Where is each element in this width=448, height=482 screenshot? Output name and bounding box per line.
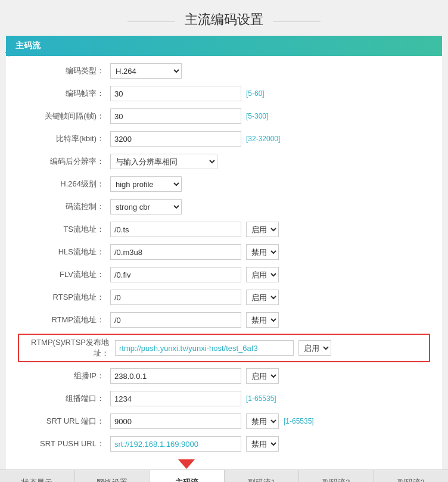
page-title: 主流编码设置 bbox=[185, 12, 263, 27]
tab-sub-stream1[interactable]: 副码流1 bbox=[225, 470, 300, 482]
row-frame-rate: 编码帧率： [5-60] bbox=[18, 85, 430, 102]
select-rtmp-enable[interactable]: 禁用 启用 bbox=[246, 312, 279, 328]
row-keyframe-interval: 关键帧间隔(帧)： [5-300] bbox=[18, 107, 430, 125]
select-multicast-ip-enable[interactable]: 启用 禁用 bbox=[246, 368, 279, 384]
row-multicast-ip: 组播IP： 启用 禁用 bbox=[18, 367, 430, 385]
select-rtmp-publish-enable[interactable]: 启用 禁用 bbox=[298, 340, 331, 356]
control-multicast-port: [1-65535] bbox=[110, 391, 430, 406]
tab-sub-stream3[interactable]: 副码流3 bbox=[374, 470, 449, 482]
input-srt-push-url[interactable] bbox=[110, 436, 241, 452]
main-content: 主码流 编码类型： H.264 H.265 编码帧率： [5-60] bbox=[6, 36, 442, 469]
row-rtmp-url: RTMP流地址： 禁用 启用 bbox=[18, 311, 430, 329]
label-multicast-port: 组播端口： bbox=[18, 393, 110, 404]
input-ts-url[interactable] bbox=[110, 222, 241, 237]
input-multicast-port[interactable] bbox=[110, 391, 241, 406]
select-rtsp-enable[interactable]: 启用 禁用 bbox=[246, 290, 279, 305]
select-ts-enable[interactable]: 启用 禁用 bbox=[246, 222, 279, 237]
label-flv-url: FLV流地址： bbox=[18, 269, 110, 280]
section-header: 主码流 bbox=[6, 36, 442, 56]
control-srt-push-url: 禁用 启用 bbox=[110, 436, 430, 452]
label-codec-type: 编码类型： bbox=[18, 66, 110, 76]
tab-network-label: 网络设置 bbox=[97, 478, 127, 482]
input-hls-url[interactable] bbox=[110, 244, 241, 260]
row-rtsp-url: RTSP流地址： 启用 禁用 bbox=[18, 288, 430, 306]
tab-arrow-icon bbox=[178, 459, 195, 469]
row-ts-url: TS流地址： 启用 禁用 bbox=[18, 220, 430, 238]
label-keyframe-interval: 关键帧间隔(帧)： bbox=[18, 111, 110, 122]
hint-multicast-port: [1-65535] bbox=[246, 394, 276, 403]
row-bitrate: 比特率(kbit)： [32-32000] bbox=[18, 130, 430, 148]
tab-main-stream[interactable]: 主码流 bbox=[150, 470, 225, 482]
tab-sub-stream1-label: 副码流1 bbox=[248, 478, 275, 482]
select-resolution[interactable]: 与输入分辨率相同 bbox=[110, 154, 217, 169]
select-bitrate-control[interactable]: strong cbr cbr vbr bbox=[110, 199, 182, 214]
control-codec-type: H.264 H.265 bbox=[110, 63, 430, 79]
input-rtmp-url[interactable] bbox=[110, 312, 241, 328]
hint-bitrate: [32-32000] bbox=[246, 135, 280, 143]
row-resolution: 编码后分辨率： 与输入分辨率相同 bbox=[18, 153, 430, 170]
label-srt-port: SRT URL 端口： bbox=[18, 416, 110, 427]
label-bitrate-control: 码流控制： bbox=[18, 201, 110, 212]
label-bitrate: 比特率(kbit)： bbox=[18, 133, 110, 144]
tab-sub-stream2[interactable]: 副码流2 bbox=[299, 470, 374, 482]
control-rtmp-url: 禁用 启用 bbox=[110, 312, 430, 328]
control-resolution: 与输入分辨率相同 bbox=[110, 154, 430, 169]
row-rtmp-publish: RTMP(S)/RTSP发布地址： 启用 禁用 bbox=[23, 337, 425, 359]
label-resolution: 编码后分辨率： bbox=[18, 156, 110, 167]
control-multicast-ip: 启用 禁用 bbox=[110, 368, 430, 384]
input-rtsp-url[interactable] bbox=[110, 290, 241, 305]
label-srt-push-url: SRT PUSH URL： bbox=[18, 439, 110, 449]
label-frame-rate: 编码帧率： bbox=[18, 88, 110, 99]
row-h264-level: H.264级别： high profile main profile basel… bbox=[18, 175, 430, 193]
form-area: 编码类型： H.264 H.265 编码帧率： [5-60] 关键帧间隔( bbox=[6, 56, 442, 464]
row-srt-port: SRT URL 端口： 禁用 启用 [1-65535] bbox=[18, 412, 430, 430]
input-frame-rate[interactable] bbox=[110, 86, 241, 101]
tab-bar: 状态显示 网络设置 主码流 副码流1 副码流2 副码流3 bbox=[0, 469, 448, 482]
control-h264-level: high profile main profile baseline bbox=[110, 176, 430, 192]
control-keyframe-interval: [5-300] bbox=[110, 108, 430, 124]
control-bitrate: [32-32000] bbox=[110, 131, 430, 147]
control-bitrate-control: strong cbr cbr vbr bbox=[110, 199, 430, 214]
input-srt-port[interactable] bbox=[110, 413, 241, 429]
tab-status-label: 状态显示 bbox=[21, 478, 52, 482]
rtmp-publish-row: RTMP(S)/RTSP发布地址： 启用 禁用 bbox=[18, 334, 430, 362]
row-bitrate-control: 码流控制： strong cbr cbr vbr bbox=[18, 198, 430, 216]
input-bitrate[interactable] bbox=[110, 131, 241, 147]
row-flv-url: FLV流地址： 启用 禁用 bbox=[18, 266, 430, 284]
row-hls-url: HLS流地址： 禁用 启用 bbox=[18, 243, 430, 261]
label-rtmp-url: RTMP流地址： bbox=[18, 315, 110, 325]
page-wrapper: 主流编码设置 主码流 编码类型： H.264 H.265 编码帧率： bbox=[0, 0, 448, 482]
select-hls-enable[interactable]: 禁用 启用 bbox=[246, 244, 279, 260]
page-title-area: 主流编码设置 bbox=[0, 0, 448, 36]
label-h264-level: H.264级别： bbox=[18, 179, 110, 189]
select-h264-level[interactable]: high profile main profile baseline bbox=[110, 176, 182, 192]
control-srt-port: 禁用 启用 [1-65535] bbox=[110, 413, 430, 429]
input-multicast-ip[interactable] bbox=[110, 368, 241, 384]
row-codec-type: 编码类型： H.264 H.265 bbox=[18, 62, 430, 80]
hint-srt-port: [1-65535] bbox=[284, 417, 314, 425]
tab-sub-stream3-label: 副码流3 bbox=[397, 478, 425, 482]
control-rtmp-publish: 启用 禁用 bbox=[115, 340, 425, 356]
control-flv-url: 启用 禁用 bbox=[110, 267, 430, 282]
tab-sub-stream2-label: 副码流2 bbox=[322, 478, 350, 482]
control-ts-url: 启用 禁用 bbox=[110, 222, 430, 237]
row-multicast-port: 组播端口： [1-65535] bbox=[18, 390, 430, 408]
control-frame-rate: [5-60] bbox=[110, 86, 430, 101]
select-flv-enable[interactable]: 启用 禁用 bbox=[246, 267, 279, 282]
arrow-down-shape bbox=[178, 459, 195, 469]
control-rtsp-url: 启用 禁用 bbox=[110, 290, 430, 305]
select-codec-type[interactable]: H.264 H.265 bbox=[110, 63, 182, 79]
tab-main-stream-label: 主码流 bbox=[175, 478, 198, 482]
select-srt-push-enable[interactable]: 禁用 启用 bbox=[246, 436, 279, 452]
label-ts-url: TS流地址： bbox=[18, 224, 110, 235]
select-srt-port-enable[interactable]: 禁用 启用 bbox=[246, 413, 279, 429]
control-hls-url: 禁用 启用 bbox=[110, 244, 430, 260]
tab-network[interactable]: 网络设置 bbox=[75, 470, 150, 482]
label-rtsp-url: RTSP流地址： bbox=[18, 292, 110, 303]
section-label: 主码流 bbox=[15, 41, 41, 51]
label-rtmp-publish: RTMP(S)/RTSP发布地址： bbox=[23, 337, 115, 359]
input-rtmp-publish[interactable] bbox=[115, 340, 294, 356]
tab-status[interactable]: 状态显示 bbox=[0, 470, 75, 482]
input-flv-url[interactable] bbox=[110, 267, 241, 282]
input-keyframe-interval[interactable] bbox=[110, 108, 241, 124]
